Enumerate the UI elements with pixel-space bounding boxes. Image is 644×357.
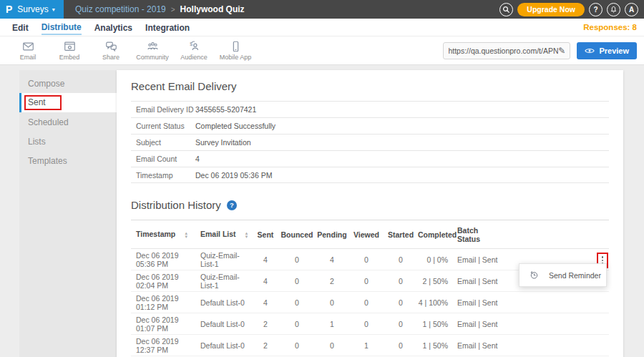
sort-icon[interactable]: ▲▼ xyxy=(245,232,249,239)
survey-url-input[interactable] xyxy=(448,47,558,55)
help-icon: ? xyxy=(593,6,597,14)
sidebar-item-scheduled[interactable]: Scheduled xyxy=(19,112,117,132)
cell-timestamp: Dec 06 2019 12:37 PM xyxy=(131,335,195,356)
cell-completed: 1 | 50% xyxy=(418,313,452,335)
surveys-menu-button[interactable]: Surveys ▾ xyxy=(17,4,54,14)
cell-pending: 0 xyxy=(315,335,349,356)
toolbar-item-audience[interactable]: $ Audience xyxy=(173,40,215,61)
cell-batch-status: Email | Sent xyxy=(452,292,502,313)
preview-label: Preview xyxy=(599,47,629,55)
cell-email-list: Default List-0 xyxy=(195,313,252,335)
sidebar-item-label: Sent xyxy=(28,97,46,107)
toolbar-item-embed[interactable]: Embed xyxy=(49,40,90,61)
surveys-menu[interactable]: P Surveys ▾ xyxy=(0,0,64,19)
bell-icon xyxy=(610,6,618,14)
column-started: Started xyxy=(384,220,418,249)
search-icon xyxy=(502,6,510,14)
field-value: 3455655-5207421 xyxy=(195,105,256,114)
tab-edit[interactable]: Edit xyxy=(12,21,29,34)
upgrade-now-button[interactable]: Upgrade Now xyxy=(517,3,585,16)
toolbar-item-label: Email xyxy=(20,54,36,61)
cell-viewed: 0 xyxy=(349,249,384,270)
sidebar: Compose Sent Scheduled Lists Templates xyxy=(19,70,117,357)
toolbar-item-mobile-app[interactable]: Mobile App xyxy=(215,40,256,61)
toolbar-item-community[interactable]: Community xyxy=(132,40,173,61)
community-icon xyxy=(146,40,160,53)
cell-completed: 2 | 50% xyxy=(418,270,452,292)
cell-sent: 2 xyxy=(252,335,279,356)
reminder-history-icon xyxy=(529,270,540,280)
recent-delivery-title: Recent Email Delivery xyxy=(131,80,609,92)
help-button[interactable]: ? xyxy=(589,3,602,16)
cell-sent: 4 xyxy=(252,249,279,270)
field-value: 4 xyxy=(195,155,200,163)
breadcrumb-parent[interactable]: Quiz competition - 2019 xyxy=(75,4,166,14)
tab-analytics[interactable]: Analytics xyxy=(94,21,132,34)
cell-viewed: 0 xyxy=(349,270,384,292)
field-value: Completed Successfully xyxy=(195,122,275,130)
distribution-history-title: Distribution History ? xyxy=(131,199,609,211)
distribution-history-table: Timestamp▲▼ Email List▲▼ Sent Bounced Pe… xyxy=(131,220,609,356)
sort-icon[interactable]: ▲▼ xyxy=(184,232,188,239)
menu-item-send-reminder[interactable]: Send Reminder xyxy=(519,264,606,286)
table-row[interactable]: Dec 06 2019 01:12 PM Default List-0 4 0 … xyxy=(131,292,609,313)
tab-integration[interactable]: Integration xyxy=(145,21,190,34)
distribute-toolbar: Email Embed Share xyxy=(0,36,644,65)
cell-pending: 2 xyxy=(315,270,349,292)
field-label: Subject xyxy=(131,138,195,147)
sidebar-item-sent[interactable]: Sent xyxy=(19,93,117,112)
tab-distribute[interactable]: Distribute xyxy=(42,20,82,35)
sidebar-item-compose[interactable]: Compose xyxy=(19,74,117,93)
distribution-history-label: Distribution History xyxy=(131,199,221,211)
toolbar-item-label: Audience xyxy=(180,54,208,61)
sidebar-item-lists[interactable]: Lists xyxy=(19,132,117,151)
eye-icon xyxy=(585,47,595,54)
table-row[interactable]: Dec 06 2019 01:07 PM Default List-0 2 0 … xyxy=(131,313,609,335)
cell-completed: 0 | 0% xyxy=(418,249,452,270)
search-button[interactable] xyxy=(499,3,513,16)
cell-actions xyxy=(502,335,609,356)
field-label: Current Status xyxy=(131,122,195,130)
notifications-button[interactable] xyxy=(607,3,620,16)
field-row: Email Count 4 xyxy=(131,150,609,167)
help-icon[interactable]: ? xyxy=(227,200,237,210)
column-email-list: Email List▲▼ xyxy=(195,220,252,249)
column-bounced: Bounced xyxy=(279,220,315,249)
main-panel: Recent Email Delivery Email Delivery ID … xyxy=(117,70,623,357)
column-batch-status: Batch Status xyxy=(452,220,502,249)
cell-email-list: Default List-0 xyxy=(195,335,252,356)
sidebar-item-label: Compose xyxy=(28,79,64,89)
responses-count[interactable]: Responses: 8 xyxy=(583,23,637,31)
cell-viewed: 1 xyxy=(349,335,384,356)
table-row[interactable]: Dec 06 2019 12:37 PM Default List-0 2 0 … xyxy=(131,335,609,356)
field-row: Current Status Completed Successfully xyxy=(131,117,609,134)
avatar[interactable]: A xyxy=(625,3,638,16)
mobile-app-icon xyxy=(229,40,243,53)
audience-icon: $ xyxy=(187,40,201,53)
cell-bounced: 0 xyxy=(279,292,315,313)
sidebar-item-label: Templates xyxy=(28,156,67,166)
cell-batch-status: Email | Sent xyxy=(452,249,502,270)
top-bar: P Surveys ▾ Quiz competition - 2019 > Ho… xyxy=(0,0,644,19)
cell-actions xyxy=(502,292,609,313)
toolbar-item-email[interactable]: Email xyxy=(7,40,49,61)
toolbar-item-share[interactable]: Share xyxy=(90,40,132,61)
field-label: Email Count xyxy=(131,155,195,163)
toolbar-items: Email Embed Share xyxy=(7,40,256,61)
sidebar-item-label: Lists xyxy=(28,137,46,147)
embed-icon xyxy=(63,40,77,53)
preview-button[interactable]: Preview xyxy=(577,42,637,59)
surveys-menu-label: Surveys xyxy=(17,4,48,14)
cell-pending: 0 xyxy=(315,292,349,313)
survey-nav: Edit Distribute Analytics Integration Re… xyxy=(0,19,644,36)
sidebar-item-templates[interactable]: Templates xyxy=(19,151,117,170)
cell-started: 0 xyxy=(384,313,418,335)
cell-completed: 4 | 100% xyxy=(418,292,452,313)
field-label: Timestamp xyxy=(131,171,195,180)
toolbar-item-label: Embed xyxy=(59,54,80,61)
edit-pencil-icon[interactable]: ✎ xyxy=(558,46,565,56)
cell-actions xyxy=(502,313,609,335)
cell-email-list: Quiz-Email-List-1 xyxy=(195,270,252,292)
toolbar-item-label: Mobile App xyxy=(220,54,252,61)
column-completed: Completed xyxy=(418,220,452,249)
